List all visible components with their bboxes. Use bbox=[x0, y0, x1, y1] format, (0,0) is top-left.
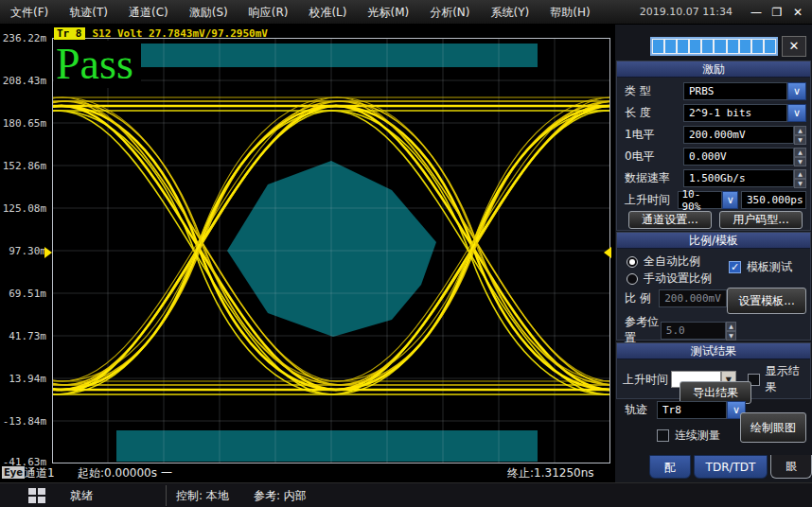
spin-down-icon[interactable]: ▼ bbox=[794, 157, 806, 166]
data-rate-label: 数据速率 bbox=[625, 170, 683, 186]
reference-status: 参考: 内部 bbox=[254, 488, 307, 504]
rise-time-label: 上升时间 bbox=[625, 192, 678, 208]
one-level-label: 1电平 bbox=[625, 127, 683, 143]
length-select[interactable]: 2^9-1 bits bbox=[683, 104, 787, 122]
rise-range-select[interactable]: 10-90% bbox=[678, 191, 722, 209]
eye-mode-badge: Eye bbox=[2, 466, 25, 479]
mask-bottom-bar bbox=[116, 430, 538, 462]
y-axis-label: 152.86m bbox=[0, 160, 46, 172]
auto-scale-radio[interactable] bbox=[627, 256, 638, 268]
close-icon[interactable]: ✕ bbox=[787, 0, 808, 25]
length-label: 长 度 bbox=[625, 105, 683, 121]
type-label: 类 型 bbox=[625, 83, 683, 99]
scale-label: 比 例 bbox=[625, 290, 659, 306]
menu-stimulus[interactable]: 激励(S) bbox=[179, 0, 238, 25]
menu-system[interactable]: 系统(Y) bbox=[481, 0, 540, 25]
app-window: 文件(F) 轨迹(T) 通道(C) 激励(S) 响应(R) 校准(L) 光标(M… bbox=[0, 0, 812, 507]
menu-calibration[interactable]: 校准(L) bbox=[298, 0, 357, 25]
mask-test-label: 模板测试 bbox=[747, 259, 792, 275]
app-grid-icon[interactable] bbox=[28, 488, 45, 503]
menu-help[interactable]: 帮助(H) bbox=[539, 0, 600, 25]
spin-up-icon[interactable]: ▲ bbox=[794, 126, 806, 135]
restore-icon[interactable]: ❐ bbox=[767, 0, 787, 25]
data-rate-stepper[interactable]: ▲▼ bbox=[794, 169, 806, 187]
y-axis-label: -13.84m bbox=[0, 415, 46, 428]
tab-config[interactable]: 配置 bbox=[649, 455, 691, 479]
y-axis-label: 236.22m bbox=[0, 32, 46, 44]
set-template-button[interactable]: 设置模板... bbox=[727, 288, 806, 314]
draw-eye-button[interactable]: 绘制眼图 bbox=[740, 412, 806, 443]
trace-label: 轨迹 bbox=[625, 402, 657, 418]
eye-diagram-svg bbox=[52, 38, 610, 463]
zero-level-input[interactable]: 0.000V bbox=[683, 148, 794, 166]
user-pattern-button[interactable]: 用户码型... bbox=[719, 211, 803, 229]
mask-top-bar bbox=[116, 44, 538, 67]
mask-test-verdict: Pass bbox=[54, 41, 141, 88]
menu-response[interactable]: 响应(R) bbox=[238, 0, 299, 25]
y-axis-label: 13.94m bbox=[0, 373, 46, 385]
scale-input[interactable]: 200.000mV bbox=[659, 289, 727, 307]
one-level-stepper[interactable]: ▲▼ bbox=[794, 126, 806, 144]
menu-file[interactable]: 文件(F) bbox=[0, 0, 59, 25]
trace-info: Tr 8 S12 Volt 27.7843mV/97.2950mV bbox=[54, 26, 268, 40]
panel-tabs: 配置 TDR/TDT 眼图 bbox=[649, 455, 812, 479]
eye-diagram-plot[interactable] bbox=[52, 38, 610, 463]
y-axis-label: 125.08m bbox=[0, 202, 46, 215]
menu-analysis[interactable]: 分析(N) bbox=[419, 0, 480, 25]
chevron-down-icon[interactable]: ∨ bbox=[787, 82, 806, 100]
manual-scale-radio[interactable] bbox=[627, 273, 638, 285]
auto-scale-label: 全自动比例 bbox=[644, 254, 700, 270]
trace-select[interactable]: Tr8 bbox=[657, 401, 727, 419]
ready-status: 就绪 bbox=[70, 488, 93, 504]
y-axis-label: 180.65m bbox=[0, 117, 46, 130]
tab-eye-diagram[interactable]: 眼图 bbox=[770, 455, 812, 479]
time-scale-row: Eye 通道1 起始:0.00000s — 终止:1.31250ns bbox=[0, 464, 613, 482]
type-select[interactable]: PRBS bbox=[683, 82, 787, 100]
chevron-down-icon[interactable]: ∨ bbox=[722, 191, 738, 209]
trace-measurement-text: S12 Volt 27.7843mV/97.2950mV bbox=[93, 27, 268, 40]
minimize-icon[interactable]: — bbox=[746, 0, 767, 25]
spin-down-icon[interactable]: ▼ bbox=[794, 135, 806, 145]
data-rate-input[interactable]: 1.500Gb/s bbox=[683, 169, 794, 187]
progress-bar bbox=[650, 37, 778, 56]
y-axis-label: 97.30m bbox=[0, 245, 46, 257]
channel-settings-button[interactable]: 通道设置... bbox=[628, 211, 712, 229]
result-rise-time-label: 上升时间 bbox=[623, 372, 671, 388]
rise-time-input[interactable]: 350.000ps bbox=[741, 191, 806, 209]
ref-position-input[interactable]: 5.0 bbox=[661, 322, 727, 340]
test-results-section: 测试结果 上升时间 ▼ 显示结果 导出结果 bbox=[616, 342, 811, 399]
zero-level-stepper[interactable]: ▲▼ bbox=[794, 148, 806, 166]
spin-up-icon[interactable]: ▲ bbox=[726, 322, 736, 331]
one-level-input[interactable]: 200.000mV bbox=[683, 126, 794, 144]
spin-up-icon[interactable]: ▲ bbox=[794, 148, 806, 157]
trace-badge[interactable]: Tr 8 bbox=[54, 27, 85, 40]
continuous-measure-label: 连续测量 bbox=[675, 428, 720, 444]
menu-trace[interactable]: 轨迹(T) bbox=[59, 0, 118, 25]
spin-up-icon[interactable]: ▲ bbox=[794, 169, 806, 179]
channel-label: 通道1 bbox=[25, 465, 55, 481]
scale-section-title: 比例/模板 bbox=[617, 233, 810, 249]
ref-position-stepper[interactable]: ▲▼ bbox=[726, 322, 736, 340]
statusbar: 就绪 控制: 本地 参考: 内部 bbox=[0, 482, 812, 507]
zero-level-label: 0电平 bbox=[625, 149, 683, 165]
menu-channel[interactable]: 通道(C) bbox=[118, 0, 179, 25]
spin-down-icon[interactable]: ▼ bbox=[794, 179, 806, 188]
panel-close-icon[interactable]: ✕ bbox=[782, 36, 806, 57]
manual-scale-label: 手动设置比例 bbox=[644, 271, 712, 287]
menu-marker[interactable]: 光标(M) bbox=[357, 0, 419, 25]
scale-dash: — bbox=[161, 465, 172, 479]
continuous-measure-checkbox[interactable] bbox=[657, 429, 669, 442]
level-marker-right-icon[interactable] bbox=[604, 247, 611, 258]
level-marker-left-icon[interactable] bbox=[44, 247, 52, 258]
stimulus-section-title: 激励 bbox=[617, 61, 810, 78]
datetime-display: 2019.10.07 11:34 bbox=[640, 6, 746, 18]
scale-template-section: 比例/模板 全自动比例 手动设置比例 ✓ 模板测试 比 例 200.000mV … bbox=[616, 232, 811, 341]
tab-tdr-tdt[interactable]: TDR/TDT bbox=[694, 455, 768, 479]
status-separator bbox=[166, 485, 167, 506]
spin-down-icon[interactable]: ▼ bbox=[726, 331, 736, 341]
y-axis-label: 41.73m bbox=[0, 330, 46, 342]
stop-time-label: 终止:1.31250ns bbox=[507, 465, 594, 481]
show-results-label: 显示结果 bbox=[766, 363, 808, 395]
mask-test-checkbox[interactable]: ✓ bbox=[729, 261, 741, 273]
chevron-down-icon[interactable]: ∨ bbox=[787, 104, 806, 122]
